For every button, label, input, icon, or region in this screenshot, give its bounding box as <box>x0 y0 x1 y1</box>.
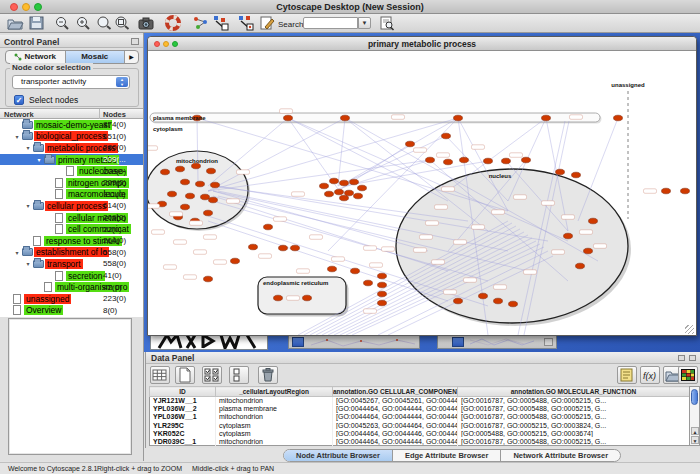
network-node[interactable] <box>522 157 531 163</box>
table-cell[interactable]: YDR039C__1 <box>150 437 216 445</box>
table-row[interactable]: YPL036W__1mitochondrion[GO:0044464, GO:0… <box>150 413 690 421</box>
snapshot-camera-icon[interactable] <box>137 15 155 31</box>
scroll-down-icon[interactable]: ▼ <box>691 436 699 444</box>
network-node[interactable] <box>426 157 435 163</box>
table-column-header[interactable]: annotation.GO CELLULAR_COMPONENT <box>333 387 458 397</box>
table-cell[interactable]: YPL036W__1 <box>150 413 216 421</box>
attribute-table-body[interactable]: YJR121W__1mitochondrion[GO:0045267, GO:0… <box>150 397 690 446</box>
tree-row-label[interactable]: secretion <box>66 271 105 281</box>
network-node[interactable] <box>340 195 349 201</box>
table-cell[interactable]: [GO:0016787, GO:0005488, GO:0005215, G..… <box>458 437 690 445</box>
network-node[interactable] <box>196 181 205 187</box>
network-node[interactable] <box>662 188 671 194</box>
table-cell[interactable]: mitochondrion <box>216 397 333 405</box>
network-node[interactable] <box>284 115 293 121</box>
annotation-edit-icon[interactable] <box>258 15 276 31</box>
tree-row[interactable]: multi-organism pro42(0) <box>0 281 143 293</box>
table-row[interactable]: YPL036W__2plasma membrane[GO:0044464, GO… <box>150 405 690 413</box>
network-node[interactable] <box>358 185 367 191</box>
table-row[interactable]: YDR039C__1mitochondrion[GO:0044464, GO:0… <box>150 437 690 445</box>
tree-row[interactable]: Overview8(0) <box>0 305 143 317</box>
network-node[interactable] <box>460 157 469 163</box>
network-node[interactable] <box>186 193 195 199</box>
table-cell[interactable]: [GO:0045263, GO:0044464, GO:0044455, G..… <box>333 421 458 429</box>
network-node[interactable] <box>181 179 190 185</box>
tree-row[interactable]: ▾establishment of lo558(0) <box>0 247 143 259</box>
network-node[interactable] <box>211 182 220 188</box>
table-cell[interactable]: plasma membrane <box>216 405 333 413</box>
expander-icon[interactable]: ▾ <box>23 202 33 209</box>
attribute-table-icon[interactable] <box>150 366 170 384</box>
close-data-panel-icon[interactable] <box>689 355 696 361</box>
network-node[interactable] <box>502 158 511 164</box>
tree-header[interactable]: Network Nodes <box>0 108 143 119</box>
tab-edge-attribute-browser[interactable]: Edge Attribute Browser <box>393 450 501 461</box>
select-nodes-checkbox[interactable]: ✓ <box>14 95 24 105</box>
table-column-header[interactable]: _cellularLayoutRegion <box>216 387 333 397</box>
plasma-membrane-compartment[interactable] <box>150 113 600 122</box>
search-input[interactable] <box>303 17 358 29</box>
network-node[interactable] <box>161 169 170 175</box>
tree-row[interactable]: ▾metabolic process280(0) <box>0 142 143 154</box>
tab-mosaic[interactable]: Mosaic <box>66 51 126 63</box>
search-dropdown-button[interactable]: ▼ <box>358 17 371 29</box>
tree-row[interactable]: ▾primary metabo209(... <box>0 154 143 166</box>
tree-col-nodes[interactable]: Nodes <box>103 110 126 119</box>
network-node[interactable] <box>454 298 463 304</box>
tree-row[interactable]: ▾transport558(0) <box>0 258 143 270</box>
network-node[interactable] <box>576 263 585 269</box>
expander-icon[interactable]: ▾ <box>23 260 33 267</box>
tab-network[interactable]: Network <box>6 51 66 63</box>
save-icon[interactable] <box>28 15 46 31</box>
zoom-out-icon[interactable] <box>53 15 71 31</box>
network-node[interactable] <box>378 273 387 279</box>
tab-node-attribute-browser[interactable]: Node Attribute Browser <box>284 450 393 461</box>
tree-row[interactable]: nucleobase-209(0) <box>0 165 143 177</box>
network-node[interactable] <box>303 295 312 301</box>
background-window-titlebar[interactable] <box>437 334 557 349</box>
table-cell[interactable]: [GO:0044464, GO:0044446, GO:0044444, G..… <box>333 429 458 437</box>
birdseye-view-panel[interactable] <box>8 318 132 455</box>
function-builder-icon[interactable]: f(x) <box>640 366 660 384</box>
table-cell[interactable]: [GO:0016787, GO:0005488, GO:0005215, G..… <box>458 405 690 413</box>
network-node[interactable] <box>274 295 283 301</box>
network-overview-icon[interactable] <box>192 15 210 31</box>
table-cell[interactable]: mitochondrion <box>216 413 333 421</box>
notes-icon[interactable] <box>617 366 637 384</box>
tree-row[interactable]: response to stimulu264(0) <box>0 235 143 247</box>
table-row[interactable]: YKR052Ccytoplasm[GO:0044464, GO:0044446,… <box>150 429 690 437</box>
table-row[interactable]: YLR295Ccytoplasm[GO:0045263, GO:0044464,… <box>150 421 690 429</box>
attribute-table[interactable]: ID_cellularLayoutRegionannotation.GO CEL… <box>149 386 690 446</box>
table-cell[interactable]: [GO:0045267, GO:0045261, GO:0044464, G..… <box>333 397 458 405</box>
tree-row-label[interactable]: cellular process <box>45 201 108 211</box>
network-node[interactable] <box>341 115 350 121</box>
expander-icon[interactable]: ▾ <box>12 249 22 256</box>
network-node[interactable] <box>509 301 518 307</box>
network-node[interactable] <box>249 244 258 250</box>
network-node[interactable] <box>364 280 373 286</box>
scroll-up-icon[interactable]: ▲ <box>691 427 699 435</box>
table-cell[interactable]: [GO:0005488, GO:0005215, GO:0003674] <box>458 429 690 437</box>
float-panel-icon[interactable] <box>131 38 139 45</box>
network-node[interactable] <box>231 258 240 264</box>
tree-row[interactable]: secretion41(0) <box>0 270 143 282</box>
table-cell[interactable]: [GO:0044464, GO:0044444, GO:0044425, G..… <box>333 437 458 445</box>
zoom-fit-icon[interactable] <box>95 15 113 31</box>
network-window-titlebar[interactable]: primary metabolic process <box>148 37 696 51</box>
help-ring-icon[interactable] <box>164 15 182 31</box>
tree-row-label[interactable]: establishment of lo <box>34 247 109 257</box>
unselect-attributes-icon[interactable] <box>229 366 249 384</box>
apply-layout-b-icon[interactable] <box>237 15 255 31</box>
tree-row[interactable]: nitrogen compo209(0) <box>0 177 143 189</box>
scrollbar-thumb[interactable] <box>691 389 698 405</box>
float-data-panel-icon[interactable] <box>678 355 685 361</box>
network-node[interactable] <box>330 178 339 184</box>
network-node[interactable] <box>209 197 218 203</box>
expander-icon[interactable]: ▾ <box>12 133 22 140</box>
network-node[interactable] <box>484 158 493 164</box>
tree-row-label[interactable]: biological_process <box>34 131 108 141</box>
network-node[interactable] <box>335 189 344 195</box>
tree-col-network[interactable]: Network <box>4 110 34 119</box>
network-node[interactable] <box>176 166 185 172</box>
zoom-selected-icon[interactable] <box>113 15 131 31</box>
